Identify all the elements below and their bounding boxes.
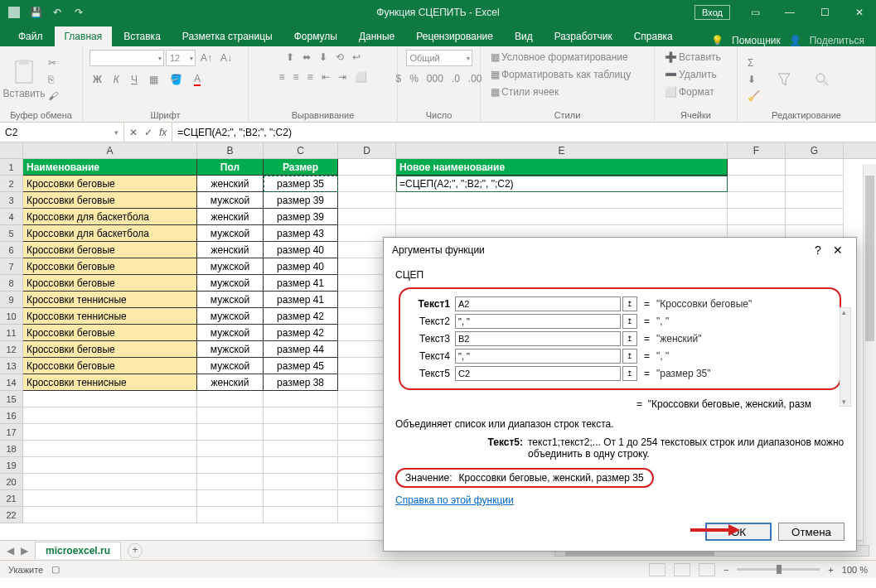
row-header[interactable]: 4	[0, 209, 23, 225]
tab-layout[interactable]: Разметка страницы	[172, 27, 283, 46]
cell[interactable]	[23, 407, 197, 424]
tell-me[interactable]: Помощник	[732, 35, 781, 46]
row-header[interactable]: 12	[0, 341, 23, 358]
comma-icon[interactable]: 000	[423, 71, 447, 86]
cell[interactable]: Кроссовки для баскетбола	[23, 225, 197, 242]
view-normal-icon[interactable]	[649, 563, 665, 576]
cell[interactable]: женский	[197, 374, 264, 391]
row-header[interactable]: 7	[0, 258, 23, 275]
tab-insert[interactable]: Вставка	[114, 27, 171, 46]
cond-format-button[interactable]: ▦ Условное форматирование	[487, 50, 632, 65]
cell-styles-button[interactable]: ▦ Стили ячеек	[487, 84, 562, 99]
cell[interactable]	[264, 441, 338, 457]
arg-ref-button[interactable]: ↥	[622, 331, 637, 346]
cell[interactable]	[264, 407, 338, 424]
cell[interactable]	[197, 424, 264, 441]
cell[interactable]: женский	[197, 209, 264, 225]
clear-icon[interactable]: 🧹	[744, 89, 763, 104]
cell[interactable]: размер 38	[264, 374, 338, 391]
fill-icon[interactable]: ⬇	[744, 72, 763, 87]
cell[interactable]	[264, 474, 338, 490]
col-header-a[interactable]: A	[23, 142, 197, 158]
cell[interactable]: мужской	[197, 325, 264, 341]
cell[interactable]: Кроссовки беговые	[23, 176, 197, 192]
add-sheet-button[interactable]: +	[128, 543, 143, 558]
cell[interactable]: мужской	[197, 275, 264, 292]
italic-icon[interactable]: К	[110, 72, 123, 87]
cell[interactable]: Кроссовки беговые	[23, 275, 197, 292]
copy-icon[interactable]: ⎘	[45, 72, 61, 87]
name-box[interactable]: C2	[0, 123, 124, 142]
tab-view[interactable]: Вид	[505, 27, 543, 46]
ribbon-options-icon[interactable]: ▭	[738, 0, 772, 25]
cell[interactable]: женский	[197, 176, 264, 192]
arg-input-5[interactable]	[455, 366, 621, 381]
format-table-button[interactable]: ▦ Форматировать как таблицу	[487, 67, 634, 82]
row-header[interactable]: 9	[0, 292, 23, 308]
cell[interactable]: мужской	[197, 308, 264, 325]
row-header[interactable]: 18	[0, 441, 23, 457]
cell[interactable]	[23, 474, 197, 490]
share-button[interactable]: Поделиться	[810, 35, 864, 46]
cell[interactable]: размер 45	[264, 358, 338, 374]
col-header-b[interactable]: B	[197, 142, 264, 158]
fill-color-icon[interactable]: 🪣	[167, 72, 186, 87]
redo-icon[interactable]: ↷	[70, 3, 88, 22]
args-scrollbar[interactable]	[840, 307, 851, 407]
cell[interactable]	[23, 457, 197, 474]
cell[interactable]: мужской	[197, 341, 264, 358]
cell[interactable]: мужской	[197, 258, 264, 275]
paste-button[interactable]: Вставить	[7, 60, 41, 99]
cell[interactable]: мужской	[197, 225, 264, 242]
currency-icon[interactable]: $	[392, 71, 404, 86]
row-header[interactable]: 3	[0, 192, 23, 209]
cell[interactable]: Пол	[197, 159, 264, 176]
cell[interactable]	[23, 441, 197, 457]
find-select-button[interactable]	[805, 71, 840, 88]
arg-input-1[interactable]	[455, 296, 621, 311]
shrink-font-icon[interactable]: A↓	[217, 51, 235, 65]
zoom-level[interactable]: 100 %	[842, 565, 868, 575]
bold-icon[interactable]: Ж	[90, 72, 105, 87]
align-center-icon[interactable]: ≡	[289, 70, 302, 84]
view-pagebreak-icon[interactable]	[699, 563, 715, 576]
cell[interactable]	[197, 391, 264, 407]
tab-home[interactable]: Главная	[55, 27, 113, 46]
dialog-help-icon[interactable]: ?	[808, 243, 828, 257]
sheet-nav-next-icon[interactable]: ▶	[21, 545, 28, 557]
arg-ref-button[interactable]: ↥	[622, 349, 637, 364]
arg-ref-button[interactable]: ↥	[622, 314, 637, 329]
cell[interactable]	[197, 490, 264, 507]
cell[interactable]	[264, 424, 338, 441]
tab-formulas[interactable]: Формулы	[284, 27, 347, 46]
align-bottom-icon[interactable]: ⬇	[316, 50, 331, 65]
cell[interactable]	[197, 507, 264, 523]
cell[interactable]	[728, 159, 786, 176]
enter-formula-icon[interactable]: ✓	[144, 127, 152, 138]
row-header[interactable]: 17	[0, 424, 23, 441]
cell[interactable]: размер 39	[264, 192, 338, 209]
cell[interactable]: Кроссовки теннисные	[23, 292, 197, 308]
autosum-icon[interactable]: Σ	[744, 55, 763, 70]
tab-developer[interactable]: Разработчик	[544, 27, 622, 46]
cell[interactable]: мужской	[197, 358, 264, 374]
undo-icon[interactable]: ↶	[48, 3, 66, 22]
cell[interactable]: размер 40	[264, 258, 338, 275]
cell[interactable]	[786, 159, 844, 176]
align-right-icon[interactable]: ≡	[304, 70, 317, 84]
cell[interactable]	[338, 209, 396, 225]
cell[interactable]: размер 42	[264, 325, 338, 341]
arg-input-4[interactable]	[455, 349, 621, 364]
cell[interactable]: мужской	[197, 292, 264, 308]
indent-dec-icon[interactable]: ⇤	[318, 70, 333, 84]
row-header[interactable]: 10	[0, 308, 23, 325]
vertical-scrollbar[interactable]	[863, 164, 876, 545]
cell[interactable]: =СЦЕП(A2;", ";B2;", ";C2)	[396, 176, 728, 192]
cell[interactable]: размер 43	[264, 225, 338, 242]
cell[interactable]	[197, 457, 264, 474]
tab-help[interactable]: Справка	[624, 27, 683, 46]
maximize-icon[interactable]: ☐	[808, 0, 841, 25]
function-help-link[interactable]: Справка по этой функции	[395, 494, 514, 506]
font-family-combo[interactable]	[90, 50, 164, 66]
col-header-d[interactable]: D	[338, 142, 396, 158]
